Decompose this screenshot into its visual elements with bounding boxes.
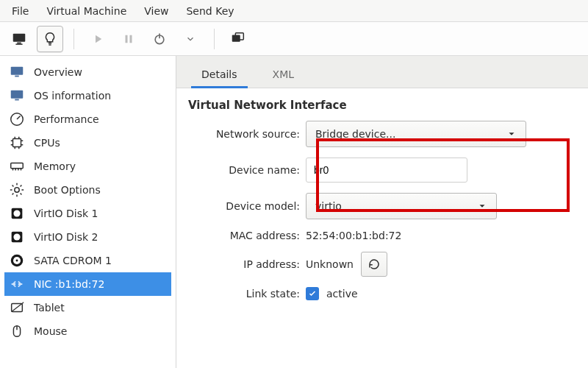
sidebar-item-label: OS information	[34, 90, 111, 102]
fullscreen-button[interactable]	[225, 26, 251, 52]
svg-point-20	[13, 210, 20, 216]
tab-xml[interactable]: XML	[258, 61, 309, 88]
refresh-ip-button[interactable]	[361, 252, 387, 277]
mouse-icon	[7, 322, 26, 341]
sidebar-item-label: NIC :b1:bd:72	[34, 278, 104, 290]
sidebar: Overview OS information Performance CPUs…	[0, 56, 176, 368]
network-source-select[interactable]: Bridge device...	[306, 121, 526, 147]
chevron-down-icon	[185, 34, 196, 44]
monitor-icon	[7, 86, 26, 105]
svg-rect-13	[11, 91, 24, 99]
sidebar-item-os-information[interactable]: OS information	[4, 84, 171, 107]
sidebar-item-cpus[interactable]: CPUs	[4, 131, 171, 155]
device-name-label: Device name:	[188, 164, 306, 176]
network-source-label: Network source:	[188, 128, 306, 140]
chevron-down-icon	[477, 201, 487, 211]
svg-rect-6	[130, 35, 132, 43]
device-model-select[interactable]: virtio	[306, 193, 497, 219]
svg-point-25	[16, 260, 18, 262]
console-button[interactable]	[6, 26, 32, 52]
sidebar-item-label: Performance	[34, 113, 99, 125]
device-model-value: virtio	[315, 200, 342, 212]
svg-rect-12	[15, 76, 19, 77]
svg-rect-5	[126, 35, 128, 43]
chip-icon	[7, 133, 26, 152]
link-state-label: Link state:	[188, 288, 306, 300]
pause-icon	[122, 32, 135, 46]
pause-button[interactable]	[115, 26, 142, 52]
sidebar-item-virtio-disk-1[interactable]: VirtIO Disk 1	[4, 202, 171, 225]
sidebar-item-boot-options[interactable]: Boot Options	[4, 178, 171, 202]
sidebar-item-sata-cdrom-1[interactable]: SATA CDROM 1	[4, 249, 171, 272]
form: Network source: Bridge device... Device …	[188, 121, 573, 300]
device-name-input[interactable]	[306, 158, 467, 183]
monitor-icon	[11, 31, 27, 47]
mac-address-label: MAC address:	[188, 230, 306, 241]
link-state-checkbox[interactable]	[306, 287, 319, 300]
ip-address-label: IP address:	[188, 258, 306, 270]
svg-rect-16	[13, 139, 21, 147]
sidebar-item-label: CPUs	[34, 137, 60, 149]
details-button[interactable]	[37, 26, 63, 52]
svg-rect-0	[13, 33, 26, 41]
refresh-icon	[368, 258, 381, 271]
gauge-icon	[7, 110, 26, 129]
svg-rect-8	[159, 33, 160, 38]
sidebar-item-label: Overview	[34, 66, 82, 78]
menu-file[interactable]: File	[4, 2, 36, 20]
chevron-down-icon	[506, 129, 517, 139]
gear-icon	[7, 180, 26, 199]
sidebar-item-label: VirtIO Disk 2	[34, 231, 98, 243]
svg-rect-17	[11, 163, 24, 168]
svg-point-22	[13, 233, 20, 240]
tablet-icon	[7, 298, 26, 317]
svg-rect-9	[232, 35, 240, 41]
content-pane: Details XML Virtual Network Interface Ne…	[176, 56, 588, 368]
svg-rect-14	[15, 99, 19, 101]
sidebar-item-mouse[interactable]: Mouse	[4, 319, 171, 343]
sidebar-item-label: Tablet	[34, 302, 65, 314]
play-icon	[91, 32, 104, 46]
sidebar-item-tablet[interactable]: Tablet	[4, 296, 171, 319]
svg-point-18	[15, 188, 19, 192]
svg-rect-3	[49, 42, 52, 43]
disk-icon	[7, 227, 26, 247]
details-pane: Virtual Network Interface Network source…	[176, 88, 588, 300]
svg-rect-2	[15, 43, 22, 44]
toolbar	[0, 22, 588, 56]
mac-address-value: 52:54:00:b1:bd:72	[306, 230, 401, 241]
cd-icon	[7, 251, 26, 270]
power-button[interactable]	[146, 26, 173, 52]
sidebar-item-nic[interactable]: NIC :b1:bd:72	[4, 272, 171, 296]
main-area: Overview OS information Performance CPUs…	[0, 56, 588, 368]
ip-address-value: Unknown	[306, 258, 354, 270]
sidebar-item-virtio-disk-2[interactable]: VirtIO Disk 2	[4, 225, 171, 249]
disk-icon	[7, 204, 26, 223]
memory-icon	[7, 157, 26, 176]
sidebar-item-label: Boot Options	[34, 184, 101, 196]
sidebar-item-memory[interactable]: Memory	[4, 155, 171, 178]
separator	[214, 29, 215, 49]
power-menu[interactable]	[177, 26, 204, 52]
svg-rect-1	[17, 42, 21, 43]
check-icon	[308, 289, 317, 298]
bulb-icon	[42, 31, 58, 47]
monitor-icon	[7, 63, 26, 82]
separator	[74, 29, 74, 49]
power-icon	[152, 32, 167, 46]
menu-view[interactable]: View	[137, 2, 176, 20]
sidebar-item-label: VirtIO Disk 1	[34, 208, 98, 219]
menu-virtual-machine[interactable]: Virtual Machine	[39, 2, 134, 20]
sidebar-item-performance[interactable]: Performance	[4, 107, 171, 131]
sidebar-item-label: Mouse	[34, 325, 67, 337]
svg-rect-4	[49, 44, 51, 45]
sidebar-item-overview[interactable]: Overview	[4, 60, 171, 84]
run-button[interactable]	[85, 26, 111, 52]
sidebar-item-label: SATA CDROM 1	[34, 255, 112, 266]
sidebar-item-label: Memory	[34, 160, 76, 172]
tab-details[interactable]: Details	[187, 61, 252, 88]
windows-icon	[230, 31, 246, 47]
menu-send-key[interactable]: Send Key	[179, 2, 241, 20]
link-state-value: active	[326, 288, 358, 300]
tabs: Details XML	[176, 56, 588, 88]
